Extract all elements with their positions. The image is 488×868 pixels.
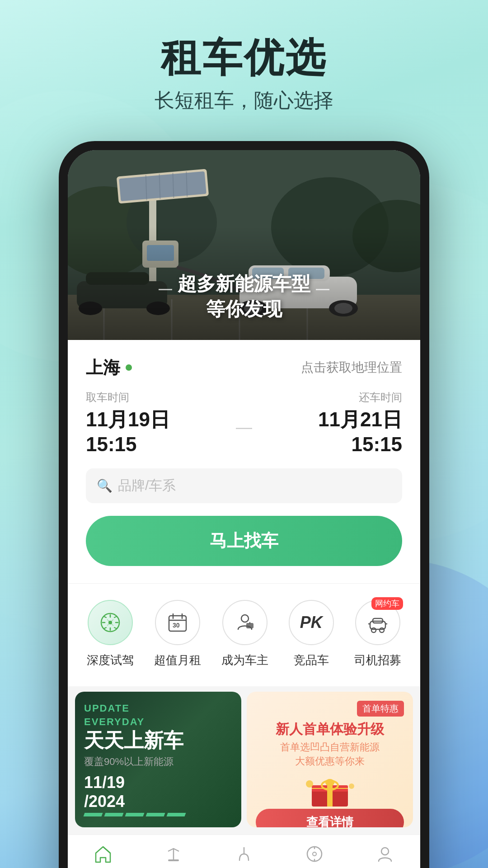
return-date[interactable]: 11月21日 15:15 xyxy=(266,406,402,456)
nav-trips[interactable]: 行程 xyxy=(234,844,254,868)
first-order-badge: 首单特惠 xyxy=(357,701,404,717)
page-subtitle: 长短租车，随心选择 xyxy=(155,87,333,114)
nav-home[interactable]: 首页 xyxy=(93,844,113,868)
return-label: 还车时间 xyxy=(266,390,402,405)
nav-label-car-owner: 成为车主 xyxy=(221,652,268,668)
nav-label-test-drive: 深度试驾 xyxy=(87,652,134,668)
date-row: 取车时间 11月19日 15:15 — 还车时间 11月21日 15:15 xyxy=(86,390,402,456)
location-name[interactable]: 上海 xyxy=(86,356,120,379)
nav-discover[interactable]: 发现 xyxy=(305,844,324,868)
date-separator: — xyxy=(231,418,257,437)
update-label: UPDATE xyxy=(84,703,232,714)
page-title: 租车优选 xyxy=(155,36,333,80)
banner-daily-new[interactable]: UPDATE EVERYDAY 天天上新车 覆盖90%以上新能源 11/19 /… xyxy=(75,692,241,827)
location-dot xyxy=(126,364,132,371)
phone-screen: 超多新能源车型 等你发现 上海 点击获取地理位置 取车 xyxy=(68,150,420,868)
banner-title-left: 天天上新车 xyxy=(84,730,232,751)
banner-first-order[interactable]: 首单特惠 新人首单体验升级 首单选凹凸自营新能源大额优惠等你来 xyxy=(247,692,413,827)
date-stamp: 11/19 xyxy=(84,773,232,792)
hero-text-line1: 超多新能源车型 xyxy=(86,271,402,297)
brand-placeholder: 品牌/车系 xyxy=(118,476,176,495)
svg-point-54 xyxy=(306,780,313,788)
brand-search-row[interactable]: 🔍 品牌/车系 xyxy=(86,468,402,503)
banners-section: UPDATE EVERYDAY 天天上新车 覆盖90%以上新能源 11/19 /… xyxy=(68,686,420,835)
mine-icon xyxy=(375,844,395,868)
update-label2: EVERYDAY xyxy=(84,716,232,728)
svg-point-44 xyxy=(371,628,376,632)
nav-item-test-drive[interactable]: 深度试驾 xyxy=(87,600,134,668)
compare-icon: PK xyxy=(289,600,334,645)
car-owner-icon xyxy=(222,600,267,645)
nav-mine[interactable]: 我的 xyxy=(375,844,395,868)
discover-icon xyxy=(305,844,324,868)
hero-text-line2: 等你发现 xyxy=(86,297,402,322)
svg-point-61 xyxy=(381,848,389,855)
svg-point-39 xyxy=(241,615,249,622)
svg-rect-56 xyxy=(168,859,179,861)
nav-item-driver-recruit[interactable]: 网约车 司机招募 xyxy=(354,600,401,668)
pickup-date[interactable]: 11月19日 15:15 xyxy=(86,406,222,456)
promo-title: 新人首单体验升级 xyxy=(256,720,404,739)
search-icon: 🔍 xyxy=(97,478,113,493)
promo-subtitle: 首单选凹凸自营新能源大额优惠等你来 xyxy=(256,741,404,769)
pickup-label: 取车时间 xyxy=(86,390,222,405)
svg-text:30: 30 xyxy=(173,622,180,629)
svg-point-45 xyxy=(380,628,384,632)
hero-overlay: 超多新能源车型 等你发现 xyxy=(68,150,420,340)
nav-label-monthly: 超值月租 xyxy=(154,652,201,668)
favorites-icon xyxy=(164,844,183,868)
search-panel: 上海 点击获取地理位置 取车时间 11月19日 15:15 — 还车时间 11月… xyxy=(68,340,420,584)
year-stamp: /2024 xyxy=(84,792,232,811)
hero-banner[interactable]: 超多新能源车型 等你发现 xyxy=(68,150,420,340)
driver-recruit-icon: 网约车 xyxy=(355,600,400,645)
svg-point-53 xyxy=(325,779,334,786)
home-icon xyxy=(93,844,113,868)
coverage-text: 覆盖90%以上新能源 xyxy=(84,755,232,769)
quick-nav: 深度试驾 30 超值月租 xyxy=(68,583,420,686)
monthly-icon: 30 xyxy=(155,600,200,645)
find-car-button[interactable]: 马上找车 xyxy=(86,516,402,566)
trips-icon xyxy=(234,844,254,868)
svg-point-55 xyxy=(349,783,354,789)
nav-label-driver-recruit: 司机招募 xyxy=(354,652,401,668)
phone-mockup: 超多新能源车型 等你发现 上海 点击获取地理位置 取车 xyxy=(59,141,429,868)
nav-item-monthly[interactable]: 30 超值月租 xyxy=(154,600,201,668)
nav-favorites[interactable]: 收藏 xyxy=(164,844,183,868)
bottom-nav: 首页 收藏 xyxy=(68,835,420,868)
nav-item-compare[interactable]: PK 竞品车 xyxy=(289,600,334,668)
nav-item-car-owner[interactable]: 成为车主 xyxy=(221,600,268,668)
svg-point-58 xyxy=(313,852,316,856)
test-drive-icon xyxy=(88,600,133,645)
nav-label-compare: 竞品车 xyxy=(294,652,329,668)
location-action[interactable]: 点击获取地理位置 xyxy=(301,359,402,376)
online-taxi-badge: 网约车 xyxy=(371,597,403,610)
view-detail-button[interactable]: 查看详情 xyxy=(256,809,404,827)
